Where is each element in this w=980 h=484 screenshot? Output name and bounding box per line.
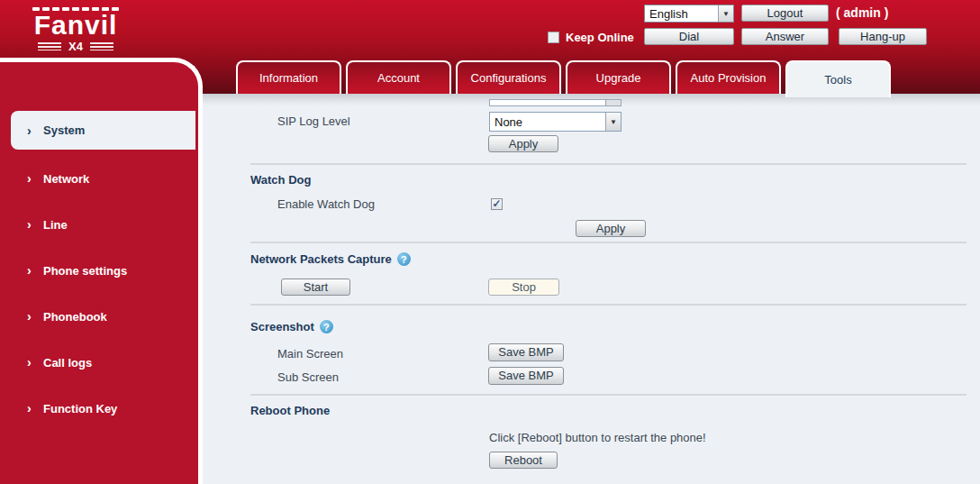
sip-log-apply-button[interactable]: Apply (488, 135, 558, 152)
watch-dog-heading: Watch Dog (250, 173, 311, 187)
divider (250, 394, 966, 396)
tab-account[interactable]: Account (346, 60, 451, 94)
keep-online-checkbox[interactable] (548, 32, 559, 43)
reboot-hint: Click [Reboot] button to restart the pho… (489, 428, 706, 448)
chevron-down-icon[interactable]: ▼ (605, 113, 621, 131)
divider (250, 163, 966, 165)
capture-start-button[interactable]: Start (281, 279, 350, 296)
divider (250, 304, 966, 306)
logo-lines-right (90, 42, 113, 50)
enable-watch-dog-label: Enable Watch Dog (277, 195, 375, 215)
sip-log-level-select[interactable]: None ▼ (489, 112, 622, 132)
sidebar-item-label: Phonebook (43, 310, 107, 324)
sip-log-level-label: SIP Log Level (277, 112, 350, 132)
sub-screen-label: Sub Screen (277, 368, 339, 388)
sidebar-item-phone-settings[interactable]: ›Phone settings (0, 257, 198, 284)
sidebar-item-system[interactable]: ›System (11, 111, 195, 150)
sidebar-item-call-logs[interactable]: ›Call logs (0, 349, 198, 376)
sidebar-item-label: Phone settings (43, 264, 127, 278)
sidebar-item-label: Line (43, 218, 68, 232)
screenshot-heading: Screenshot ? (250, 320, 333, 333)
network-packets-capture-title: Network Packets Capture (250, 252, 392, 266)
sub-screen-save-bmp-button[interactable]: Save BMP (488, 367, 564, 385)
dial-button[interactable]: Dial (644, 28, 734, 45)
tab-upgrade[interactable]: Upgrade (566, 60, 671, 94)
fanvil-web-ui: Fanvil X4 English ▼ Logout ( admin ) Kee… (0, 0, 980, 484)
main-screen-label: Main Screen (277, 344, 343, 364)
capture-stop-button[interactable]: Stop (488, 279, 559, 296)
tab-information[interactable]: Information (236, 60, 341, 94)
sidebar-item-label: Network (43, 172, 89, 186)
fanvil-logo: Fanvil X4 (22, 7, 130, 53)
divider (250, 242, 966, 243)
help-icon[interactable]: ? (320, 320, 333, 333)
answer-button[interactable]: Answer (741, 28, 829, 45)
clipped-dropdown[interactable] (489, 99, 622, 106)
chevron-right-icon: › (27, 311, 36, 322)
sidebar-item-label: Call logs (43, 356, 92, 370)
sidebar-item-function-key[interactable]: ›Function Key (0, 395, 198, 422)
language-value: English (645, 7, 718, 21)
help-icon[interactable]: ? (397, 252, 411, 266)
chevron-right-icon: › (27, 173, 36, 184)
sidebar: ›System›Network›Line›Phone settings›Phon… (0, 58, 203, 484)
brand-model: X4 (68, 40, 83, 53)
chevron-right-icon: › (27, 219, 36, 230)
logo-lines-left (38, 42, 61, 50)
sip-log-level-value: None (490, 115, 605, 129)
brand-name: Fanvil (22, 12, 130, 39)
tab-configurations[interactable]: Configurations (456, 60, 561, 94)
main-screen-save-bmp-button[interactable]: Save BMP (488, 343, 564, 361)
tab-tools[interactable]: Tools (785, 60, 891, 97)
sidebar-item-label: System (43, 123, 85, 137)
screenshot-title: Screenshot (250, 320, 314, 333)
language-select[interactable]: English ▼ (644, 5, 734, 23)
tab-auto-provision[interactable]: Auto Provision (676, 60, 781, 94)
keep-online-label: Keep Online (566, 31, 634, 44)
chevron-right-icon: › (27, 403, 36, 414)
main-content: SIP Log Level None ▼ Apply Watch Dog Ena… (203, 94, 980, 484)
sidebar-item-network[interactable]: ›Network (0, 165, 198, 192)
chevron-right-icon: › (27, 265, 36, 276)
admin-label: ( admin ) (836, 5, 888, 20)
sidebar-item-phonebook[interactable]: ›Phonebook (0, 303, 198, 330)
watch-dog-apply-button[interactable]: Apply (576, 220, 646, 237)
chevron-down-icon[interactable]: ▼ (718, 5, 733, 22)
logout-button[interactable]: Logout (741, 5, 829, 22)
check-icon: ✓ (492, 199, 501, 208)
tab-bar: InformationAccountConfigurationsUpgradeA… (236, 60, 891, 97)
reboot-phone-heading: Reboot Phone (250, 404, 330, 417)
sidebar-item-line[interactable]: ›Line (0, 211, 198, 238)
reboot-button[interactable]: Reboot (489, 452, 558, 469)
network-packets-capture-heading: Network Packets Capture ? (250, 252, 411, 266)
sidebar-menu: ›System›Network›Line›Phone settings›Phon… (0, 62, 198, 422)
hangup-button[interactable]: Hang-up (839, 28, 927, 45)
sidebar-item-label: Function Key (43, 402, 117, 416)
chevron-right-icon: › (27, 125, 36, 136)
enable-watch-dog-checkbox[interactable]: ✓ (491, 198, 503, 210)
chevron-right-icon: › (27, 357, 36, 368)
